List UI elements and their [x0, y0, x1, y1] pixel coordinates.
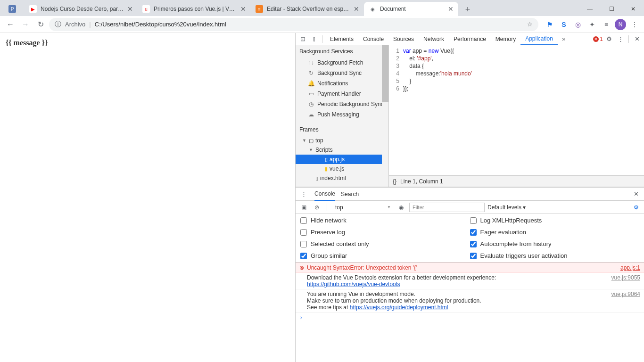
console-option[interactable]: Hide network — [300, 217, 470, 224]
drawer-tab-search[interactable]: Search — [341, 188, 359, 201]
service-icon: ↑↓ — [308, 59, 314, 66]
drawer-tab-console[interactable]: Console — [314, 188, 335, 201]
sidebar-item[interactable]: ▭Payment Handler — [296, 89, 388, 99]
file-name: vue.js — [330, 165, 344, 172]
brackets-icon[interactable]: {} — [393, 178, 396, 185]
log-source[interactable]: vue.js:9064 — [607, 291, 640, 297]
console-prompt[interactable]: › — [296, 313, 644, 323]
file-item[interactable]: ▯index.html — [296, 173, 388, 183]
favicon-icon: ▶ — [29, 5, 37, 13]
frame-label: top — [315, 137, 323, 144]
service-icon: ▭ — [308, 90, 314, 97]
devtools-tab[interactable]: Performance — [449, 33, 491, 45]
devtools-tab[interactable]: Elements — [325, 33, 358, 45]
omnibox[interactable]: ⓘ Archivo | C:/Users/nibet/Desktop/curso… — [49, 18, 538, 31]
console-option[interactable]: Preserve log — [300, 229, 470, 236]
browser-tab[interactable]: P — [4, 2, 25, 16]
error-badge[interactable]: ✕ 1 — [593, 36, 603, 42]
devtools-tab[interactable]: Network — [419, 33, 449, 45]
option-checkbox[interactable] — [470, 253, 477, 259]
window-close[interactable]: ✕ — [622, 2, 644, 16]
option-checkbox[interactable] — [300, 241, 307, 247]
log-message: You are running Vue in development mode.… — [307, 291, 607, 311]
tab-close-icon[interactable]: ✕ — [448, 5, 454, 13]
console-settings-icon[interactable]: ⚙ — [631, 202, 641, 213]
nav-forward[interactable]: → — [19, 18, 32, 31]
console-clear-icon[interactable]: ⊘ — [312, 202, 322, 213]
extensions-puzzle-icon[interactable]: ✦ — [586, 19, 598, 30]
sidebar-item[interactable]: ↻Background Sync — [296, 68, 388, 78]
profile-avatar[interactable]: N — [615, 19, 626, 30]
log-message: Uncaught SyntaxError: Unexpected token '… — [307, 264, 616, 271]
devtools-settings-icon[interactable]: ⚙ — [604, 34, 614, 44]
inspect-element-icon[interactable]: ⊡ — [297, 34, 308, 44]
source-body[interactable]: 123456 var app = new Vue{{ el: '#app', d… — [389, 45, 644, 175]
option-checkbox[interactable] — [300, 217, 307, 224]
sidebar-item[interactable]: ☁Push Messaging — [296, 109, 388, 120]
log-levels-select[interactable]: Default levels ▾ — [487, 204, 526, 211]
console-option[interactable]: Autocomplete from history — [470, 240, 640, 247]
devtools-tab[interactable]: Console — [358, 33, 388, 45]
extension-icon[interactable]: S — [558, 19, 570, 30]
nav-back[interactable]: ← — [4, 18, 17, 31]
file-icon: ▯ — [325, 156, 328, 163]
browser-tab[interactable]: ◉Document✕ — [364, 2, 458, 16]
browser-menu-icon[interactable]: ⋮ — [629, 19, 640, 30]
option-checkbox[interactable] — [470, 241, 477, 247]
browser-tab[interactable]: uPrimeros pasos con Vue.js | Vue e✕ — [138, 2, 251, 16]
log-source[interactable]: vue.js:9055 — [607, 274, 640, 281]
console-option[interactable]: Group similar — [300, 252, 470, 259]
window-maximize[interactable]: ☐ — [601, 2, 622, 16]
option-checkbox[interactable] — [300, 253, 307, 259]
console-option[interactable]: Eager evaluation — [470, 229, 640, 236]
window-minimize[interactable]: — — [579, 2, 601, 16]
section-header: Frames — [296, 123, 388, 136]
log-source[interactable]: app.js:1 — [616, 264, 640, 271]
source-viewer: 123456 var app = new Vue{{ el: '#app', d… — [389, 45, 644, 187]
bookmark-star-icon[interactable]: ☆ — [527, 21, 533, 28]
devtools-menu-icon[interactable]: ⋮ — [615, 34, 626, 44]
console-option[interactable]: Evaluate triggers user activation — [470, 252, 640, 259]
sidebar-item[interactable]: 🔔Notifications — [296, 78, 388, 89]
console-filter-input[interactable]: Filter — [409, 203, 485, 212]
new-tab-button[interactable]: + — [461, 3, 474, 16]
devtools-close-icon[interactable]: ✕ — [632, 34, 642, 44]
sidebar-item[interactable]: ↑↓Background Fetch — [296, 58, 388, 68]
context-select[interactable]: top — [332, 203, 393, 212]
tab-close-icon[interactable]: ✕ — [240, 5, 246, 13]
live-expression-icon[interactable]: ◉ — [396, 202, 406, 213]
option-checkbox[interactable] — [470, 217, 477, 224]
frame-scripts[interactable]: ▼ Scripts — [296, 145, 388, 155]
url-sep: | — [89, 21, 91, 28]
nav-reload[interactable]: ↻ — [34, 18, 47, 31]
console-option[interactable]: Log XMLHttpRequests — [470, 217, 640, 224]
sidebar-scrollbar[interactable] — [382, 45, 388, 187]
devtools-tab[interactable]: Sources — [388, 33, 419, 45]
tab-close-icon[interactable]: ✕ — [354, 5, 359, 13]
devtools-tab[interactable]: Memory — [491, 33, 520, 45]
file-item[interactable]: ▮vue.js — [296, 164, 388, 173]
tab-close-icon[interactable]: ✕ — [127, 5, 133, 13]
sidebar-item[interactable]: ◷Periodic Background Sync — [296, 99, 388, 109]
log-link[interactable]: https://vuejs.org/guide/deployment.html — [350, 304, 448, 311]
log-link[interactable]: https://github.com/vuejs/vue-devtools — [307, 281, 400, 288]
more-tabs-icon[interactable]: » — [559, 34, 569, 44]
browser-tab[interactable]: ▶Nodejs Curso Desde Cero, para p✕ — [25, 2, 138, 16]
site-info-icon[interactable]: ⓘ — [55, 20, 61, 29]
option-checkbox[interactable] — [300, 229, 307, 236]
source-status-bar: {} Line 1, Column 1 — [389, 175, 644, 187]
browser-tab[interactable]: ≡Editar - Stack Overflow en españo✕ — [251, 2, 364, 16]
console-option[interactable]: Selected context only — [300, 240, 470, 247]
drawer-close-icon[interactable]: ✕ — [631, 189, 641, 199]
frame-top[interactable]: ▼▢ top — [296, 136, 388, 145]
extension-icon[interactable]: ◎ — [572, 19, 584, 30]
console-sidebar-toggle-icon[interactable]: ▣ — [298, 202, 309, 213]
extension-icon[interactable]: ⚑ — [544, 19, 555, 30]
file-item[interactable]: ▯app.js — [296, 155, 388, 164]
drawer-menu-icon[interactable]: ⋮ — [298, 189, 309, 199]
device-toolbar-icon[interactable]: ⫿ — [309, 34, 319, 44]
reading-list-icon[interactable]: ≡ — [601, 19, 612, 30]
option-checkbox[interactable] — [470, 229, 477, 236]
log-row: You are running Vue in development mode.… — [296, 289, 644, 313]
devtools-tab[interactable]: Application — [520, 33, 558, 45]
